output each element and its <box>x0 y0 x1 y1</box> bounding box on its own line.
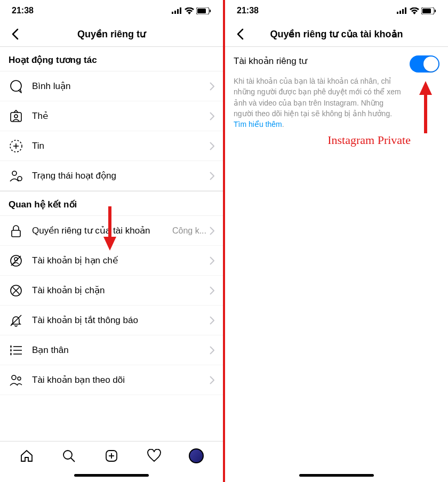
chevron-right-icon <box>210 82 214 91</box>
wifi-icon <box>185 7 194 14</box>
row-label: Bình luận <box>32 81 210 92</box>
svg-marker-26 <box>10 345 12 348</box>
row-label: Tài khoản bị tắt thông báo <box>32 315 210 326</box>
signal-icon <box>172 7 182 14</box>
activity-status-icon <box>9 168 23 183</box>
svg-point-30 <box>18 377 21 380</box>
tab-create[interactable] <box>101 445 122 467</box>
row-label: Bạn thân <box>32 344 210 356</box>
svg-rect-8 <box>11 113 21 122</box>
back-button[interactable] <box>6 26 23 43</box>
svg-rect-40 <box>402 9 404 14</box>
private-account-label: Tài khoản riêng tư <box>234 55 307 67</box>
row-tags[interactable]: Thẻ <box>0 101 223 131</box>
learn-more-link[interactable]: Tìm hiểu thêm <box>234 120 282 128</box>
row-following[interactable]: Tài khoản bạn theo dõi <box>0 365 223 395</box>
comment-icon <box>9 79 23 94</box>
row-label: Thẻ <box>32 110 210 122</box>
page-title: Quyền riêng tư <box>23 28 199 40</box>
status-time: 21:38 <box>237 6 259 15</box>
status-icons <box>172 7 211 14</box>
svg-rect-0 <box>172 12 173 14</box>
page-title: Quyền riêng tư của tài khoản <box>249 28 425 40</box>
row-label: Tài khoản bạn theo dõi <box>32 374 210 385</box>
screen-privacy-settings: 21:38 Quyền riêng tư Hoạt động tương tác… <box>0 0 223 482</box>
battery-icon <box>196 7 211 14</box>
svg-rect-2 <box>177 9 179 14</box>
svg-point-14 <box>18 176 22 181</box>
privacy-section: Tài khoản riêng tư Khi tài khoản của bạn… <box>225 47 448 130</box>
bottom-tab-bar <box>0 441 223 470</box>
status-bar: 21:38 <box>225 0 448 21</box>
row-value: Công k... <box>172 226 206 236</box>
svg-point-7 <box>11 81 21 91</box>
svg-marker-27 <box>10 349 12 352</box>
svg-rect-3 <box>180 7 181 14</box>
tab-home[interactable] <box>16 445 37 467</box>
row-account-privacy[interactable]: Quyền riêng tư của tài khoản Công k... <box>0 216 223 246</box>
blocked-icon <box>9 283 23 298</box>
lock-icon <box>9 223 23 238</box>
status-icons <box>397 7 436 14</box>
restricted-icon <box>9 253 23 268</box>
row-story[interactable]: Tin <box>0 131 223 161</box>
chevron-right-icon <box>210 346 214 355</box>
chevron-right-icon <box>210 227 214 235</box>
status-time: 21:38 <box>12 6 34 15</box>
svg-rect-43 <box>422 9 431 13</box>
row-label: Trạng thái hoạt động <box>32 170 210 181</box>
chevron-right-icon <box>210 316 214 325</box>
battery-icon <box>421 7 436 14</box>
following-icon <box>9 373 23 388</box>
private-account-toggle[interactable] <box>410 55 439 73</box>
svg-point-29 <box>12 375 16 380</box>
row-muted[interactable]: Tài khoản bị tắt thông báo <box>0 306 223 335</box>
home-indicator <box>74 474 149 477</box>
svg-rect-41 <box>405 7 406 14</box>
tab-activity[interactable] <box>143 445 165 467</box>
svg-rect-38 <box>397 12 398 14</box>
muted-bell-icon <box>9 313 23 328</box>
back-button[interactable] <box>231 26 249 43</box>
private-account-description: Khi tài khoản của bạn là tài khoản cá nh… <box>234 76 439 130</box>
chevron-right-icon <box>210 376 214 384</box>
chevron-right-icon <box>210 142 214 150</box>
wifi-icon <box>410 7 419 14</box>
svg-rect-6 <box>210 10 211 12</box>
tab-profile[interactable] <box>186 445 207 467</box>
nav-header: Quyền riêng tư <box>0 21 223 47</box>
svg-rect-44 <box>435 10 436 12</box>
screen-account-privacy: 21:38 Quyền riêng tư của tài khoản Tài k… <box>225 0 448 482</box>
signal-icon <box>397 7 407 14</box>
svg-point-9 <box>14 115 18 118</box>
row-activity-status[interactable]: Trạng thái hoạt động <box>0 161 223 191</box>
svg-marker-28 <box>10 352 12 356</box>
svg-rect-1 <box>174 11 176 14</box>
row-label: Tài khoản bị chặn <box>32 285 210 296</box>
status-bar: 21:38 <box>0 0 223 21</box>
avatar <box>189 448 204 463</box>
nav-header: Quyền riêng tư của tài khoản <box>225 21 448 47</box>
svg-rect-15 <box>12 230 20 237</box>
tab-search[interactable] <box>58 445 79 467</box>
row-label: Tài khoản bị hạn chế <box>32 255 210 266</box>
svg-rect-5 <box>197 9 206 13</box>
chevron-right-icon <box>210 112 214 120</box>
section-header-interactions: Hoạt động tương tác <box>0 47 223 71</box>
annotation-label: Instagram Private <box>327 133 411 147</box>
row-blocked[interactable]: Tài khoản bị chặn <box>0 276 223 306</box>
svg-point-13 <box>12 171 17 175</box>
row-label: Quyền riêng tư của tài khoản <box>32 225 172 236</box>
section-header-connections: Quan hệ kết nối <box>0 191 223 216</box>
row-restricted[interactable]: Tài khoản bị hạn chế <box>0 246 223 276</box>
chevron-right-icon <box>210 256 214 265</box>
chevron-right-icon <box>210 286 214 295</box>
chevron-right-icon <box>210 172 214 180</box>
close-friends-icon <box>9 343 23 358</box>
row-comments[interactable]: Bình luận <box>0 71 223 101</box>
row-close-friends[interactable]: Bạn thân <box>0 335 223 365</box>
story-icon <box>9 139 23 154</box>
toggle-knob <box>423 57 438 71</box>
tag-icon <box>9 109 23 124</box>
row-label: Tin <box>32 141 210 151</box>
